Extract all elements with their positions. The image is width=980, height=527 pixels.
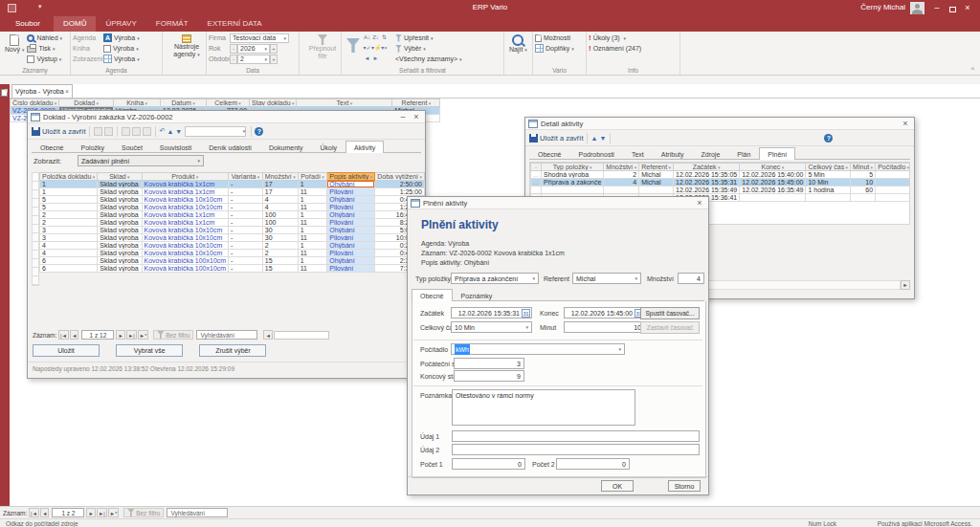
agenda-combo[interactable]: Výroba	[114, 34, 135, 41]
column-header[interactable]: Produkt	[142, 173, 229, 181]
preview-button[interactable]: Náhled▾	[27, 33, 62, 43]
column-header[interactable]: Datum	[161, 99, 207, 107]
zobrazit-combo[interactable]: Zadávání plnění▾	[78, 155, 204, 166]
new-record-button[interactable]: Nový ▾	[2, 33, 27, 55]
output-button[interactable]: Výstup▾	[27, 54, 62, 64]
column-header[interactable]: Množství	[262, 173, 298, 181]
obdobi-minus-button[interactable]: -	[230, 55, 237, 64]
first-record-button[interactable]: |◄	[29, 508, 39, 517]
nav-pane-strip[interactable]	[0, 84, 10, 506]
filter-apply-icon[interactable]: ▾✓	[363, 44, 371, 53]
pocet2-input[interactable]: 0	[556, 458, 630, 470]
table-row[interactable]: 5Sklad výrobaKovová krabička 10x10cm-41O…	[40, 196, 425, 204]
ribbon-tab[interactable]: ÚPRAVY	[96, 16, 145, 32]
table-row[interactable]: 1Sklad výrobaKovová krabička 1x1cm-171Oh…	[40, 181, 425, 188]
form-tab[interactable]: Zdroje	[692, 147, 728, 160]
table-row[interactable]: 1Sklad výrobaKovová krabička 1x1cm-1711P…	[40, 188, 425, 196]
pocitadlo-combo[interactable]: kWh▾	[451, 343, 625, 355]
table-row[interactable]: 12.02.2026 15:35:4912.02.2026 16:35:491 …	[531, 187, 911, 194]
column-header[interactable]: Pořadí	[298, 173, 327, 181]
all-records-combo[interactable]: <Všechny záznamy>▾	[395, 54, 462, 64]
cut-icon[interactable]	[132, 127, 141, 136]
document-tab[interactable]: Výroba - Výroba ×	[11, 84, 73, 99]
record-position[interactable]: 1 z 2	[52, 508, 84, 517]
dialog-close-button[interactable]: ×	[693, 197, 706, 209]
user-name[interactable]: Černý Michal	[860, 3, 905, 11]
form-tab[interactable]: Dokumenty	[260, 141, 311, 153]
stop-timer-button[interactable]: Zastavit časovač	[640, 321, 700, 334]
column-header[interactable]	[531, 164, 542, 171]
close-tab-icon[interactable]: ×	[65, 85, 69, 99]
paste-icon[interactable]	[143, 127, 151, 136]
form-tab[interactable]: Aktivity	[345, 141, 384, 153]
column-header[interactable]: Varianta	[229, 173, 263, 181]
ribbon-tab[interactable]: FORMÁT	[146, 16, 198, 32]
form-tab[interactable]: Obecné	[529, 147, 570, 160]
form-tab[interactable]: Obecné	[32, 141, 73, 153]
poznamka-textarea[interactable]: Otestováno v rámci normy	[452, 389, 635, 426]
save-button[interactable]: Uložit	[33, 344, 100, 357]
filter-button[interactable]	[344, 33, 363, 55]
table-row[interactable]: 2Sklad výrobaKovová krabička 1x1cm-10011…	[40, 219, 425, 227]
form-tab[interactable]: Položky	[73, 141, 114, 153]
avatar[interactable]	[910, 2, 924, 14]
last-record-button[interactable]: ►|	[126, 330, 137, 340]
previous-record-button[interactable]: ◄	[40, 508, 49, 517]
addons-button[interactable]: Doplňky▾	[535, 43, 574, 54]
table-row[interactable]: …Shodná výroba2Michal12.02.2026 15:35:05…	[531, 171, 911, 179]
udaj2-input[interactable]	[452, 444, 700, 455]
table-row[interactable]: 3Sklad výrobaKovová krabička 10x10cm-301…	[40, 227, 425, 234]
column-header[interactable]: Referent	[392, 99, 440, 107]
typ-combo[interactable]: Příprava a zakončení▾	[451, 273, 539, 284]
previous-record-icon[interactable]: ◄	[363, 55, 371, 63]
tasks-button[interactable]: ! Úkoly (3) ▾	[589, 33, 641, 43]
next-record-icon[interactable]: ►	[371, 55, 380, 63]
row-selector-strip[interactable]	[32, 172, 39, 286]
close-button[interactable]: ×	[961, 2, 974, 13]
clear-selection-button[interactable]: Zrušit výběr	[199, 344, 266, 357]
find-button[interactable]: Najít ▾	[506, 33, 530, 55]
column-header[interactable]: Konec	[740, 164, 806, 171]
select-all-button[interactable]: Vybrat vše	[116, 344, 183, 357]
new-record-button[interactable]: ►*	[108, 508, 120, 517]
dialog-close-button[interactable]: ×	[410, 111, 423, 123]
column-header[interactable]: Referent	[639, 164, 674, 171]
agenda-tools-button[interactable]: Nástroje agendy ▾	[165, 33, 209, 61]
pocatecni-input[interactable]: 3	[454, 358, 524, 369]
table-row[interactable]: 3Sklad výrobaKovová krabička 10x10cm-301…	[40, 234, 425, 242]
undo-icon[interactable]: ↶	[160, 127, 166, 135]
column-header[interactable]: Celkový čas	[806, 164, 851, 171]
column-header[interactable]: Kniha	[114, 99, 161, 107]
filter-indicator[interactable]: Bez filtru	[153, 330, 193, 340]
dialog-title-bar[interactable]: Detail aktivity ×	[525, 118, 914, 130]
ribbon-tab[interactable]: DOMŮ	[54, 16, 96, 32]
previous-record-button[interactable]: ◄	[70, 330, 78, 340]
form-tab[interactable]: Poznámky	[453, 289, 501, 301]
save-close-button[interactable]: Uložit a zavřít	[42, 127, 85, 136]
print-button[interactable]: Tisk▾	[27, 43, 62, 54]
horizontal-scrollbar[interactable]: ◄	[263, 330, 328, 340]
help-icon[interactable]: ?	[824, 134, 833, 143]
column-header[interactable]: Typ položky	[542, 164, 604, 171]
rok-minus-button[interactable]: -	[230, 44, 237, 54]
column-header[interactable]: Množství	[604, 164, 639, 171]
filter-indicator[interactable]: Bez filtru	[123, 508, 164, 517]
dialog-title-bar[interactable]: Plnění aktivity ×	[408, 197, 708, 209]
koncovy-input[interactable]: 9	[454, 370, 524, 382]
search-input[interactable]: Vyhledávání	[167, 508, 228, 517]
dialog-minimize-button[interactable]: –	[396, 111, 410, 123]
column-header[interactable]: Celkem	[207, 99, 250, 107]
move-down-icon[interactable]: ▼	[599, 135, 606, 142]
column-header[interactable]: Popis aktivity	[327, 173, 375, 181]
table-row[interactable]: 2Sklad výrobaKovová krabička 1x1cm-1001O…	[40, 211, 425, 219]
ok-button[interactable]: OK	[601, 480, 634, 492]
print-icon[interactable]	[94, 127, 102, 136]
dialog-close-button[interactable]: ×	[899, 118, 912, 130]
obdobi-plus-button[interactable]: +	[270, 55, 278, 64]
table-row[interactable]: …Příprava a zakonče4Michal12.02.2026 15:…	[531, 179, 911, 187]
zacatek-input[interactable]: 12.02.2026 15:35:3131	[451, 307, 532, 318]
form-tab[interactable]: Plán	[728, 147, 759, 160]
move-up-icon[interactable]: ▲	[167, 128, 173, 135]
form-tab[interactable]: Atributy	[653, 147, 693, 160]
record-combo[interactable]: ▾	[185, 126, 246, 137]
